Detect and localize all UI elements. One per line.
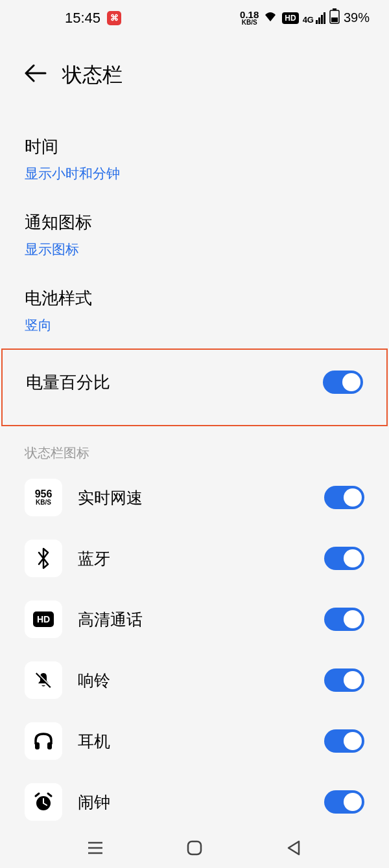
phone-status-bar: 15:45 ⌘ 0.18 KB/S HD 4G 39% [0,0,389,36]
svg-rect-5 [35,742,40,749]
battery-pct-label: 电量百分比 [26,371,110,394]
nav-home-icon[interactable] [185,838,204,858]
hd-icon: HD [282,12,298,24]
page-header: 状态栏 [0,36,389,102]
icon-row-ring[interactable]: 响铃 [0,650,389,711]
hd-call-label: 高清通话 [78,609,309,630]
wifi-icon [263,10,278,26]
ring-mute-icon [25,661,62,699]
headphone-switch[interactable] [324,729,364,753]
net-speed-indicator: 0.18 KB/S [240,10,259,26]
back-arrow-icon[interactable] [25,63,47,87]
setting-battery-percentage[interactable]: 电量百分比 [3,350,386,425]
setting-time[interactable]: 时间 显示小时和分钟 [0,121,389,197]
net-speed-label: 实时网速 [78,487,309,508]
setting-notification-icon[interactable]: 通知图标 显示图标 [0,197,389,273]
setting-battery-style-label: 电池样式 [25,287,364,310]
app-badge-icon: ⌘ [107,11,121,25]
section-header-status-icons: 状态栏图标 [0,426,389,467]
nav-back-icon[interactable] [284,838,303,858]
svg-rect-6 [47,742,52,749]
battery-icon [329,8,340,27]
page-title: 状态栏 [62,62,123,89]
headphone-label: 耳机 [78,731,309,752]
highlighted-battery-percentage-row: 电量百分比 [1,348,388,426]
headphone-icon [25,722,62,760]
setting-notif-value: 显示图标 [25,240,364,258]
bluetooth-switch[interactable] [324,547,364,570]
net-speed-icon: 956KB/S [25,479,62,516]
signal-4g: 4G [303,12,325,24]
setting-battery-style[interactable]: 电池样式 竖向 [0,273,389,348]
setting-time-value: 显示小时和分钟 [25,165,364,183]
hd-call-switch[interactable] [324,608,364,631]
setting-notif-label: 通知图标 [25,211,364,234]
alarm-clock-icon [25,783,62,821]
svg-rect-11 [188,841,201,854]
hd-call-icon: HD [25,600,62,638]
ring-label: 响铃 [78,670,309,691]
nav-recent-icon[interactable] [86,838,105,858]
ring-switch[interactable] [324,668,364,692]
bluetooth-icon [25,540,62,577]
svg-rect-2 [331,17,338,22]
icon-row-net-speed[interactable]: 956KB/S 实时网速 [0,467,389,528]
status-time: 15:45 [65,10,100,27]
system-nav-bar [0,828,389,868]
setting-battery-style-value: 竖向 [25,316,364,334]
net-speed-switch[interactable] [324,486,364,509]
alarm-switch[interactable] [324,790,364,814]
battery-pct-switch[interactable] [323,371,363,394]
icon-row-alarm[interactable]: 闹钟 [0,771,389,832]
icon-row-hd-call[interactable]: HD 高清通话 [0,589,389,650]
setting-time-label: 时间 [25,135,364,158]
alarm-label: 闹钟 [78,792,309,813]
icon-row-bluetooth[interactable]: 蓝牙 [0,528,389,589]
bluetooth-label: 蓝牙 [78,548,309,569]
icon-row-headphone[interactable]: 耳机 [0,711,389,771]
battery-percentage: 39% [344,10,370,25]
